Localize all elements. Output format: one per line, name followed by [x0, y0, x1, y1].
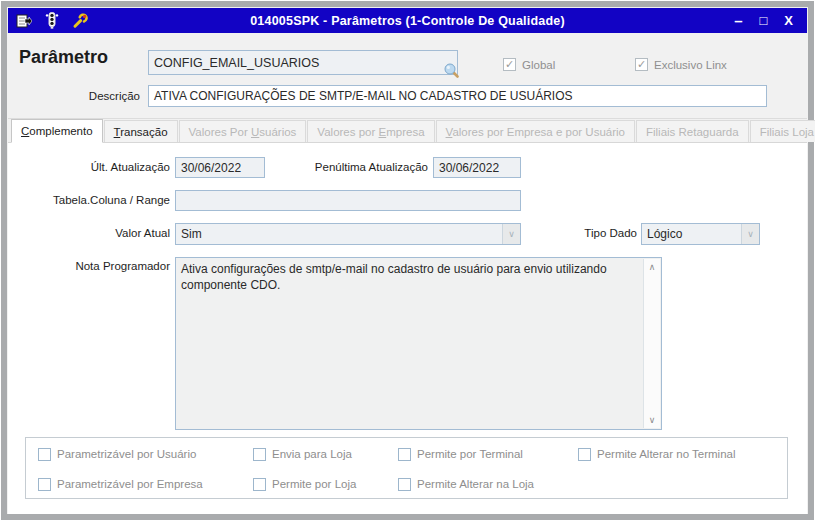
permite-alterar-no-terminal-checkbox[interactable] [578, 448, 591, 461]
tab-valores-por-empresa-e-usuario[interactable]: Valores por Empresa e por Usuário [436, 120, 635, 142]
tab-strip: Complemento Transação Valores Por Usuári… [8, 119, 807, 143]
permite-por-loja-checkbox[interactable] [253, 478, 266, 491]
permite-alterar-na-loja-checkbox[interactable] [398, 478, 411, 491]
scroll-up-icon[interactable]: ∧ [644, 259, 660, 275]
descricao-label: Descrição [7, 90, 140, 102]
exclusivo-linx-label: Exclusivo Linx [654, 59, 727, 71]
window-inner: 014005SPK - Parâmetros (1-Controle De Qu… [7, 7, 808, 514]
chevron-down-icon[interactable]: ∨ [502, 224, 520, 244]
permite-alterar-no-terminal-label: Permite Alterar no Terminal [597, 448, 735, 460]
tab-valores-por-usuarios[interactable]: Valores Por Usuários [179, 120, 307, 142]
parametrizavel-por-usuario-checkbox[interactable] [38, 448, 51, 461]
minimize-button[interactable]: – [734, 13, 742, 28]
tabela-coluna-range-input[interactable] [175, 190, 521, 211]
window-title: 014005SPK - Parâmetros (1-Controle De Qu… [8, 14, 807, 28]
app-window: 014005SPK - Parâmetros (1-Controle De Qu… [1, 1, 814, 520]
nota-programador-text: Ativa configurações de smtp/e-mail no ca… [181, 262, 607, 292]
permite-alterar-na-loja-label: Permite Alterar na Loja [417, 478, 534, 490]
valor-atual-label: Valor Atual [7, 227, 170, 239]
global-checkbox[interactable]: ✓ [503, 58, 516, 71]
parametrizavel-por-empresa-label: Parametrizável por Empresa [57, 478, 203, 490]
wrench-icon[interactable] [71, 12, 88, 29]
parametrizavel-por-empresa-checkbox[interactable] [38, 478, 51, 491]
form-exit-icon[interactable] [15, 12, 32, 29]
tab-filiais-retaguarda[interactable]: Filiais Retaguarda [636, 120, 749, 142]
permite-por-terminal-checkbox[interactable] [398, 448, 411, 461]
check-icon: ✓ [505, 59, 514, 70]
close-button[interactable]: X [784, 14, 793, 27]
vertical-scrollbar[interactable]: ∧ ∨ [643, 259, 660, 428]
envia-para-loja-label: Envia para Loja [272, 448, 352, 460]
scroll-down-icon[interactable]: ∨ [644, 412, 660, 428]
title-bar: 014005SPK - Parâmetros (1-Controle De Qu… [8, 8, 807, 33]
valor-atual-value: Sim [176, 227, 502, 241]
tabela-coluna-range-label: Tabela.Coluna / Range [7, 194, 170, 206]
titlebar-toolbar [8, 12, 88, 29]
tipo-dado-combobox[interactable]: Lógico ∨ [641, 223, 760, 245]
penultima-atualizacao-input[interactable]: 30/06/2022 [433, 157, 521, 178]
lookup-magnifier-icon[interactable] [444, 63, 459, 78]
parametro-label: Parâmetro [19, 47, 108, 68]
ult-atualizacao-label: Últ. Atualização [7, 161, 170, 173]
parametrizavel-por-usuario-label: Parametrizável por Usuário [57, 448, 196, 460]
descricao-input[interactable]: ATIVA CONFIGURAÇÕES DE SMTP/E-MAIL NO CA… [148, 85, 767, 107]
global-label: Global [522, 59, 555, 71]
tipo-dado-value: Lógico [642, 227, 741, 241]
envia-para-loja-checkbox[interactable] [253, 448, 266, 461]
permite-por-terminal-label: Permite por Terminal [417, 448, 523, 460]
maximize-button[interactable]: □ [759, 14, 767, 27]
ult-atualizacao-input[interactable]: 30/06/2022 [175, 157, 265, 178]
chevron-down-icon[interactable]: ∨ [741, 224, 759, 244]
tab-transacao[interactable]: Transação [104, 120, 178, 142]
nota-programador-textarea[interactable]: Ativa configurações de smtp/e-mail no ca… [175, 257, 662, 430]
tab-valores-por-empresa[interactable]: Valores por Empresa [307, 120, 434, 142]
valor-atual-combobox[interactable]: Sim ∨ [175, 223, 521, 245]
tab-filiais-loja[interactable]: Filiais Loja [750, 120, 815, 142]
exclusivo-linx-checkbox[interactable]: ✓ [635, 58, 648, 71]
nota-programador-label: Nota Programador [7, 260, 170, 272]
tab-complemento[interactable]: Complemento [11, 119, 103, 143]
traffic-light-icon[interactable] [43, 12, 60, 29]
parametro-input[interactable]: CONFIG_EMAIL_USUARIOS [148, 50, 458, 75]
check-icon: ✓ [637, 59, 646, 70]
window-controls: – □ X [734, 13, 807, 28]
tipo-dado-label: Tipo Dado [537, 227, 637, 239]
penultima-atualizacao-label: Penúltima Atualização [271, 161, 428, 173]
permite-por-loja-label: Permite por Loja [272, 478, 356, 490]
